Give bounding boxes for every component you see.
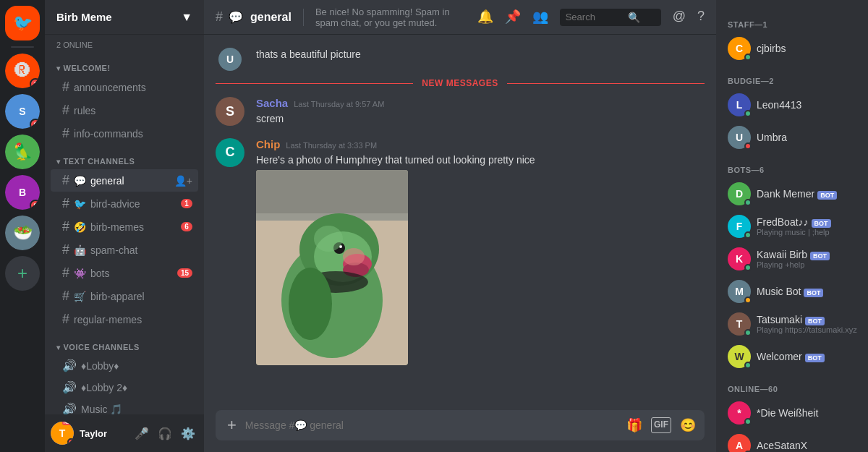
member-dank-memer[interactable]: D Dank MemerBOT	[719, 178, 865, 210]
channel-announcements[interactable]: # announcements	[51, 76, 198, 98]
chat-input-box: + 🎁 GIF 😊	[216, 410, 705, 440]
channel-info-commands[interactable]: # info-commands	[51, 122, 198, 145]
mute-button[interactable]: 🎤	[132, 424, 152, 443]
member-avatar-welcomer: W	[728, 345, 751, 368]
member-cjbirbs[interactable]: C cjbirbs	[719, 33, 865, 64]
avatar-letter: S	[216, 97, 244, 126]
bell-icon[interactable]: 🔔	[477, 9, 493, 26]
member-info: Kawaii BirbBOT Playing +help	[757, 249, 859, 269]
channel-lobby2[interactable]: 🔊 ♦Lobby 2♦	[51, 377, 198, 398]
svg-point-10	[343, 248, 365, 265]
voice-icon: 🔊	[62, 380, 77, 394]
member-sub: Playing https://tatsumaki.xyz	[757, 325, 859, 334]
member-leon[interactable]: L Leon4413	[719, 89, 865, 121]
member-avatar-umbra: U	[728, 126, 751, 149]
chat-input-icons: 🎁 GIF 😊	[626, 417, 696, 433]
gift-icon[interactable]: 🎁	[626, 417, 642, 433]
channel-name: general	[90, 175, 170, 187]
status-indicator	[744, 329, 752, 336]
member-fredboat[interactable]: F FredBoat♪♪BOT Playing music | ;help	[719, 210, 865, 242]
bot-tag: BOT	[805, 354, 825, 362]
server-badge-1: 1	[30, 78, 40, 88]
category-voice-channels[interactable]: VOICE CHANNELS	[45, 331, 204, 354]
chat-input[interactable]	[245, 412, 621, 439]
server-icon-4[interactable]: B 9	[5, 175, 40, 210]
member-info: cjbirbs	[757, 43, 859, 54]
user-status-dnd	[67, 438, 74, 445]
message-timestamp-chip: Last Thursday at 3:33 PM	[286, 141, 377, 150]
server-badge-2: 6	[30, 119, 40, 129]
channel-sidebar: Birb Meme ▼ 2 ONLINE WELCOME! # announce…	[45, 0, 204, 452]
gif-icon[interactable]: GIF	[651, 417, 671, 433]
channel-header-name: general	[250, 11, 292, 24]
hash-icon: #	[62, 242, 69, 257]
server-icon-3[interactable]: 🦜	[5, 135, 40, 169]
member-name: *Die Weißheit	[757, 407, 818, 419]
budgie-header: BUDGIE—2	[716, 65, 868, 88]
server-icon-2[interactable]: S 6	[5, 94, 40, 129]
channel-regular-memes[interactable]: # regular-memes	[51, 308, 198, 331]
member-sidebar: STAFF—1 C cjbirbs BUDGIE—2 L Leon4413 U …	[716, 0, 868, 452]
member-die-weissheit[interactable]: * *Die Weißheit	[719, 397, 865, 429]
channel-birb-memes[interactable]: # 🤣 birb-memes 6	[51, 216, 198, 238]
channel-bird-advice[interactable]: # 🐦 bird-advice 1	[51, 192, 198, 215]
member-info: Leon4413	[757, 99, 859, 111]
settings-button[interactable]: ⚙️	[178, 424, 198, 443]
dropdown-icon: ▼	[181, 11, 192, 24]
svg-point-12	[289, 268, 332, 340]
channel-lobby[interactable]: 🔊 ♦Lobby♦	[51, 355, 198, 376]
member-kawaii-birb[interactable]: K Kawaii BirbBOT Playing +help	[719, 243, 865, 275]
category-text-channels[interactable]: TEXT CHANNELS	[45, 145, 204, 169]
search-icon: 🔍	[628, 12, 640, 23]
status-indicator	[744, 54, 752, 61]
member-umbra[interactable]: U Umbra	[719, 121, 865, 153]
search-bar[interactable]: 🔍	[560, 9, 661, 26]
search-input[interactable]	[566, 12, 624, 22]
hash-icon: #	[62, 219, 69, 234]
help-icon[interactable]: ?	[697, 9, 705, 26]
server-header[interactable]: Birb Meme ▼	[45, 0, 204, 35]
member-sub: Playing music | ;help	[757, 228, 859, 236]
online-header: ONLINE—60	[716, 373, 868, 396]
member-acesatanx[interactable]: A AceSatanX	[719, 430, 865, 452]
message-timestamp: Last Thursday at 9:57 AM	[294, 100, 384, 108]
add-attachment-icon[interactable]: +	[224, 410, 239, 440]
add-user-icon[interactable]: 👤+	[174, 175, 192, 187]
server-icon-add[interactable]: +	[5, 256, 40, 291]
status-indicator	[744, 110, 752, 117]
chat-input-area: + 🎁 GIF 😊	[204, 410, 716, 452]
channel-name: rules	[74, 105, 192, 116]
channel-name: Music 🎵	[81, 404, 192, 415]
channel-music[interactable]: 🔊 Music 🎵	[51, 398, 198, 414]
server-icon-1[interactable]: 🅡 1	[5, 54, 40, 88]
bot-tag: BOT	[817, 191, 837, 200]
deafen-button[interactable]: 🎧	[155, 424, 175, 443]
category-welcome[interactable]: WELCOME!	[45, 52, 204, 75]
emoji-icon[interactable]: 😊	[680, 417, 696, 433]
status-indicator	[744, 297, 752, 304]
channel-bots[interactable]: # 👾 bots 15	[51, 262, 198, 284]
channel-birb-apparel[interactable]: # 🛒 birb-apparel	[51, 285, 198, 307]
at-icon[interactable]: @	[673, 9, 686, 26]
channel-rules[interactable]: # rules	[51, 99, 198, 121]
channel-general[interactable]: # 💬 general 👤+	[51, 169, 198, 192]
member-avatar-tatsumaki: T	[728, 312, 751, 336]
emoji-icon: 👾	[74, 268, 86, 279]
channel-name: info-commands	[74, 128, 192, 140]
members-icon[interactable]: 👥	[532, 9, 548, 26]
message-content: thats a beautiful picture	[256, 48, 705, 71]
server-icon-5[interactable]: 🥗	[5, 216, 40, 250]
member-welcomer[interactable]: W WelcomerBOT	[719, 341, 865, 372]
member-tatsumaki[interactable]: T TatsumakiBOT Playing https://tatsumaki…	[719, 308, 865, 340]
channel-spam-chat[interactable]: # 🤖 spam-chat	[51, 239, 198, 261]
member-music-bot[interactable]: M Music BotBOT	[719, 276, 865, 307]
server-badge-4: 9	[30, 200, 40, 210]
member-name: Leon4413	[757, 99, 801, 111]
member-info: WelcomerBOT	[757, 351, 859, 362]
server-name: Birb Meme	[56, 11, 112, 23]
server-icon-birb[interactable]: 🐦	[5, 6, 40, 40]
bot-tag: BOT	[810, 252, 830, 260]
status-indicator	[744, 418, 752, 425]
pin-icon[interactable]: 📌	[505, 9, 521, 26]
hash-icon: #	[62, 289, 69, 304]
